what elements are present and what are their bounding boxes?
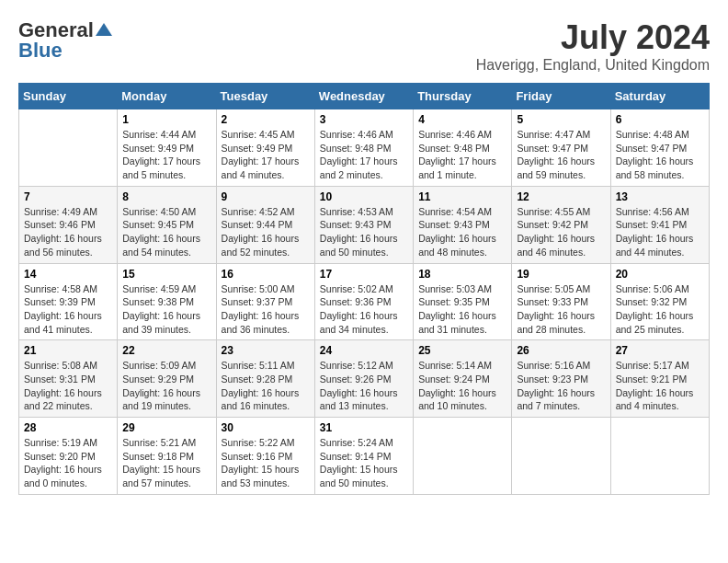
calendar-cell [512, 418, 610, 495]
day-sunrise: Sunrise: 5:09 AM [122, 360, 196, 371]
day-number: 13 [616, 190, 704, 203]
day-sunrise: Sunrise: 5:16 AM [517, 360, 590, 371]
svg-marker-0 [96, 23, 112, 36]
day-number: 5 [517, 113, 605, 126]
location-title: Haverigg, England, United Kingdom [476, 57, 710, 74]
day-sunset: Sunset: 9:18 PM [122, 451, 194, 462]
calendar-cell: 25 Sunrise: 5:14 AM Sunset: 9:24 PM Dayl… [414, 340, 512, 418]
calendar-cell: 3 Sunrise: 4:46 AM Sunset: 9:48 PM Dayli… [314, 109, 413, 187]
day-number: 17 [320, 268, 408, 281]
day-number: 6 [616, 113, 704, 126]
day-number: 28 [24, 421, 112, 434]
day-daylight: Daylight: 17 hours and 2 minutes. [320, 155, 398, 180]
month-title: July 2024 [476, 18, 710, 57]
day-daylight: Daylight: 16 hours and 28 minutes. [517, 310, 595, 335]
day-sunset: Sunset: 9:33 PM [517, 296, 588, 307]
day-number: 29 [122, 421, 210, 434]
day-number: 24 [320, 344, 408, 357]
day-daylight: Daylight: 16 hours and 13 minutes. [320, 387, 398, 412]
day-sunset: Sunset: 9:48 PM [320, 143, 392, 154]
day-sunrise: Sunrise: 5:24 AM [320, 437, 393, 448]
day-sunset: Sunset: 9:39 PM [24, 296, 96, 307]
day-sunset: Sunset: 9:42 PM [517, 219, 588, 230]
day-sunset: Sunset: 9:23 PM [517, 373, 588, 385]
calendar-cell: 10 Sunrise: 4:53 AM Sunset: 9:43 PM Dayl… [314, 186, 413, 263]
calendar-week-2: 7 Sunrise: 4:49 AM Sunset: 9:46 PM Dayli… [19, 186, 710, 263]
calendar-cell [610, 418, 709, 495]
calendar-week-4: 21 Sunrise: 5:08 AM Sunset: 9:31 PM Dayl… [19, 340, 710, 418]
day-number: 10 [320, 190, 408, 203]
day-sunrise: Sunrise: 5:02 AM [320, 283, 393, 294]
day-sunrise: Sunrise: 4:59 AM [122, 283, 196, 294]
day-number: 2 [222, 113, 310, 126]
weekday-tuesday: Tuesday [216, 84, 314, 109]
day-sunset: Sunset: 9:47 PM [517, 143, 588, 154]
day-daylight: Daylight: 16 hours and 0 minutes. [24, 464, 102, 488]
day-sunset: Sunset: 9:48 PM [418, 143, 490, 154]
weekday-saturday: Saturday [610, 84, 709, 109]
day-sunset: Sunset: 9:21 PM [616, 373, 688, 385]
day-sunrise: Sunrise: 5:11 AM [222, 360, 295, 371]
day-daylight: Daylight: 16 hours and 52 minutes. [222, 233, 300, 258]
day-daylight: Daylight: 16 hours and 7 minutes. [517, 387, 595, 412]
calendar-cell: 4 Sunrise: 4:46 AM Sunset: 9:48 PM Dayli… [414, 109, 512, 187]
day-sunset: Sunset: 9:24 PM [418, 373, 490, 385]
calendar-cell: 14 Sunrise: 4:58 AM Sunset: 9:39 PM Dayl… [19, 263, 118, 340]
calendar-cell: 12 Sunrise: 4:55 AM Sunset: 9:42 PM Dayl… [512, 186, 610, 263]
day-sunrise: Sunrise: 4:48 AM [616, 129, 689, 140]
weekday-thursday: Thursday [414, 84, 512, 109]
day-sunrise: Sunrise: 5:14 AM [418, 360, 492, 371]
day-number: 14 [24, 268, 112, 281]
day-number: 25 [418, 344, 506, 357]
calendar-cell: 5 Sunrise: 4:47 AM Sunset: 9:47 PM Dayli… [512, 109, 610, 187]
day-number: 1 [122, 113, 210, 126]
day-daylight: Daylight: 16 hours and 19 minutes. [122, 387, 200, 412]
day-sunrise: Sunrise: 4:52 AM [222, 206, 295, 217]
weekday-wednesday: Wednesday [314, 84, 413, 109]
calendar-cell: 28 Sunrise: 5:19 AM Sunset: 9:20 PM Dayl… [19, 418, 118, 495]
day-daylight: Daylight: 16 hours and 44 minutes. [616, 233, 694, 258]
calendar-cell: 23 Sunrise: 5:11 AM Sunset: 9:28 PM Dayl… [216, 340, 314, 418]
day-number: 12 [517, 190, 605, 203]
day-sunset: Sunset: 9:44 PM [222, 219, 293, 230]
day-sunset: Sunset: 9:43 PM [320, 219, 392, 230]
day-sunset: Sunset: 9:32 PM [616, 296, 688, 307]
day-daylight: Daylight: 16 hours and 22 minutes. [24, 387, 102, 412]
day-sunset: Sunset: 9:49 PM [122, 143, 194, 154]
calendar-cell: 27 Sunrise: 5:17 AM Sunset: 9:21 PM Dayl… [610, 340, 709, 418]
day-sunset: Sunset: 9:45 PM [122, 219, 194, 230]
day-number: 16 [222, 268, 310, 281]
calendar-cell [414, 418, 512, 495]
day-daylight: Daylight: 15 hours and 50 minutes. [320, 464, 398, 488]
day-sunrise: Sunrise: 5:19 AM [24, 437, 97, 448]
day-sunset: Sunset: 9:20 PM [24, 451, 96, 462]
calendar-cell: 24 Sunrise: 5:12 AM Sunset: 9:26 PM Dayl… [314, 340, 413, 418]
calendar-cell: 19 Sunrise: 5:05 AM Sunset: 9:33 PM Dayl… [512, 263, 610, 340]
day-number: 8 [122, 190, 210, 203]
day-sunset: Sunset: 9:46 PM [24, 219, 96, 230]
day-number: 20 [616, 268, 704, 281]
calendar-cell: 31 Sunrise: 5:24 AM Sunset: 9:14 PM Dayl… [314, 418, 413, 495]
day-daylight: Daylight: 17 hours and 5 minutes. [122, 155, 200, 180]
day-daylight: Daylight: 16 hours and 31 minutes. [418, 310, 496, 335]
calendar-table: SundayMondayTuesdayWednesdayThursdayFrid… [18, 83, 710, 495]
day-daylight: Daylight: 16 hours and 34 minutes. [320, 310, 398, 335]
calendar-cell: 11 Sunrise: 4:54 AM Sunset: 9:43 PM Dayl… [414, 186, 512, 263]
day-sunrise: Sunrise: 5:03 AM [418, 283, 492, 294]
day-sunset: Sunset: 9:28 PM [222, 373, 293, 385]
day-number: 27 [616, 344, 704, 357]
day-daylight: Daylight: 15 hours and 53 minutes. [222, 464, 300, 488]
logo-icon [96, 21, 112, 38]
day-daylight: Daylight: 17 hours and 1 minute. [418, 155, 496, 180]
day-sunrise: Sunrise: 5:00 AM [222, 283, 295, 294]
day-number: 30 [222, 421, 310, 434]
day-sunrise: Sunrise: 5:08 AM [24, 360, 97, 371]
weekday-sunday: Sunday [19, 84, 118, 109]
day-sunrise: Sunrise: 5:12 AM [320, 360, 393, 371]
day-sunset: Sunset: 9:38 PM [122, 296, 194, 307]
day-number: 9 [222, 190, 310, 203]
day-sunset: Sunset: 9:36 PM [320, 296, 392, 307]
day-daylight: Daylight: 17 hours and 4 minutes. [222, 155, 300, 180]
day-daylight: Daylight: 16 hours and 48 minutes. [418, 233, 496, 258]
day-sunset: Sunset: 9:26 PM [320, 373, 392, 385]
